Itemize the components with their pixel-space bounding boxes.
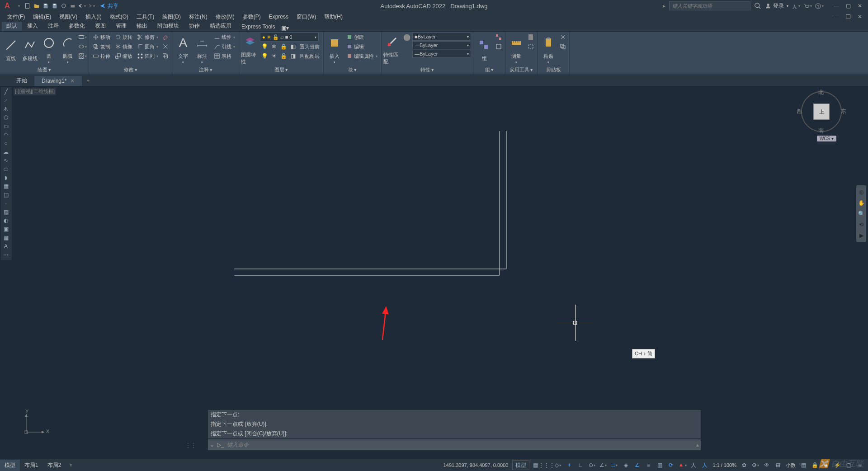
ribbon-tab-collab[interactable]: 协作	[184, 21, 204, 31]
copy-clip-icon[interactable]	[558, 42, 567, 51]
circle-button[interactable]: 圆▾	[40, 33, 58, 65]
close-button[interactable]: ✕	[854, 1, 865, 10]
layer-lock-icon[interactable]: 🔒	[279, 42, 288, 51]
menu-view[interactable]: 视图(V)	[56, 12, 81, 22]
ribbon-collapse-button[interactable]: ▣▾	[280, 25, 289, 31]
sb-annoauto-icon[interactable]: 人	[688, 460, 699, 470]
sb-3dosnap-icon[interactable]: ◈	[620, 460, 631, 470]
minimize-button[interactable]: —	[831, 1, 842, 10]
new-icon[interactable]	[24, 2, 32, 10]
panel-label-group[interactable]: 组 ▾	[475, 66, 503, 74]
color-wheel-icon[interactable]	[402, 33, 411, 65]
doc-tab-start[interactable]: 开始	[9, 75, 34, 86]
rotate-button[interactable]: 旋转	[113, 33, 134, 42]
viewcube-top-face[interactable]: 上	[813, 104, 830, 120]
scale-button[interactable]: 缩放	[113, 52, 134, 61]
command-line[interactable]: ⌄ ▷_ 键入命令 ▴	[208, 439, 701, 450]
sb-scale-readout[interactable]: 1:1 / 100%	[711, 462, 738, 468]
plot-icon[interactable]	[69, 2, 77, 10]
doc-tab-drawing1[interactable]: Drawing1*✕	[34, 76, 82, 86]
cart-icon[interactable]	[803, 1, 812, 10]
offset-icon[interactable]	[161, 52, 170, 61]
sb-annoscale-icon[interactable]: 🔺	[677, 460, 688, 470]
cut-icon[interactable]	[558, 33, 567, 42]
viewcube[interactable]: 上 北 南 东 西	[801, 91, 842, 132]
layer-thaw-icon[interactable]: ☀	[269, 52, 278, 61]
mirror-button[interactable]: 镜像	[113, 42, 134, 51]
sb-lwt-icon[interactable]: ≡	[643, 460, 654, 470]
sb-otrack-icon[interactable]: ∠	[632, 460, 642, 470]
tp-ellipsearc-icon[interactable]: ◗	[1, 174, 11, 182]
wcs-badge[interactable]: WCS ▾	[817, 136, 836, 141]
edit-block-button[interactable]: 编辑	[344, 42, 379, 51]
maximize-button[interactable]: ▢	[843, 1, 854, 10]
menu-parametric[interactable]: 参数(P)	[239, 12, 264, 22]
sb-annovis-icon[interactable]: 人	[699, 460, 710, 470]
doc-tab-close-icon[interactable]: ✕	[70, 78, 75, 84]
menu-file[interactable]: 文件(F)	[4, 12, 28, 22]
menu-tools[interactable]: 工具(T)	[133, 12, 158, 22]
panel-label-properties[interactable]: 特性 ▾	[383, 66, 471, 74]
sb-cycling-icon[interactable]: ⟳	[665, 460, 676, 470]
layer-combo[interactable]: ●☀🔓▱■ 0 ▾	[260, 33, 319, 42]
redo-icon[interactable]	[87, 2, 95, 10]
sb-units-icon[interactable]: ⊞	[773, 460, 783, 470]
layer-off-icon[interactable]: 💡	[260, 42, 269, 51]
layer-unlock-icon[interactable]: 🔓	[279, 52, 288, 61]
tp-mtext-icon[interactable]: A	[1, 242, 11, 250]
menu-edit[interactable]: 编辑(E)	[29, 12, 55, 22]
group-edit-icon[interactable]	[494, 42, 503, 51]
stretch-button[interactable]: 拉伸	[91, 52, 112, 61]
sb-quickprops-icon[interactable]: ▤	[798, 460, 809, 470]
ribbon-tab-view[interactable]: 视图	[90, 21, 110, 31]
hatch-icon[interactable]	[78, 52, 87, 61]
layer-on-icon[interactable]: 💡	[260, 52, 269, 61]
insert-block-button[interactable]: 插入▾	[326, 33, 344, 65]
sb-polar-icon[interactable]: ⊙	[586, 460, 597, 470]
save-icon[interactable]	[42, 2, 50, 10]
tp-xline-icon[interactable]: ⟋	[1, 96, 11, 104]
create-block-button[interactable]: 创建	[344, 33, 379, 42]
calc-icon[interactable]	[526, 33, 535, 42]
trim-button[interactable]: 修剪	[135, 33, 160, 42]
lineweight-combo[interactable]: — ByLayer ▾	[412, 41, 471, 49]
drawing-canvas[interactable]: [-][俯视][二维线框] Y X 上 北 南 东 西 WCS ▾ CH ♪ 简	[13, 87, 855, 451]
sb-tab-add-button[interactable]: +	[66, 460, 76, 470]
doc-tab-add-button[interactable]: +	[82, 76, 94, 86]
sb-iso-icon[interactable]: ∠	[598, 460, 609, 470]
fillet-button[interactable]: 圆角	[135, 42, 160, 51]
menu-insert[interactable]: 插入(I)	[82, 12, 105, 22]
panel-label-clipboard[interactable]: 剪贴板	[539, 66, 567, 74]
sb-ortho-icon[interactable]: ∟	[575, 460, 586, 470]
tp-table2-icon[interactable]: ▦	[1, 234, 11, 242]
menu-help[interactable]: 帮助(H)	[321, 12, 346, 22]
sb-infer-icon[interactable]: ◇	[552, 460, 563, 470]
group-button[interactable]: 组	[475, 33, 493, 65]
tp-gradient-icon[interactable]: ◐	[1, 217, 11, 225]
undo-icon[interactable]	[78, 2, 86, 10]
edit-attributes-button[interactable]: 编辑属性	[344, 52, 379, 61]
sb-dyn-icon[interactable]: +	[564, 460, 575, 470]
linear-button[interactable]: 线性	[212, 33, 237, 42]
sb-monitor-icon[interactable]: 👁	[761, 460, 772, 470]
tp-block-icon[interactable]: ◫	[1, 191, 11, 199]
sb-transparency-icon[interactable]: ▥	[654, 460, 665, 470]
table-button[interactable]: 表格	[212, 52, 237, 61]
nav-showmotion-icon[interactable]: ▶	[856, 231, 866, 240]
nav-orbit-icon[interactable]: ⟲	[856, 220, 866, 230]
tp-line-icon[interactable]: ╱	[1, 88, 11, 96]
web-icon[interactable]	[60, 2, 68, 10]
color-combo[interactable]: ■ ByLayer ▾	[412, 33, 471, 41]
sb-snap-icon[interactable]: ⋮⋮⋮	[541, 460, 552, 470]
ribbon-tab-featured[interactable]: 精选应用	[205, 21, 236, 31]
ribbon-tab-output[interactable]: 输出	[132, 21, 152, 31]
qat-menu[interactable]	[14, 2, 23, 10]
rect-icon[interactable]	[78, 33, 87, 42]
doc-close-button[interactable]: ✕	[854, 12, 865, 21]
panel-label-draw[interactable]: 绘图 ▾	[2, 66, 87, 74]
login-button[interactable]: 登录▾	[765, 2, 788, 10]
text-button[interactable]: A文字▾	[174, 33, 192, 65]
layer-iso-icon[interactable]: ◧	[288, 42, 297, 51]
sb-tab-model[interactable]: 模型	[0, 460, 20, 471]
sb-model-button[interactable]: 模型	[512, 460, 529, 470]
